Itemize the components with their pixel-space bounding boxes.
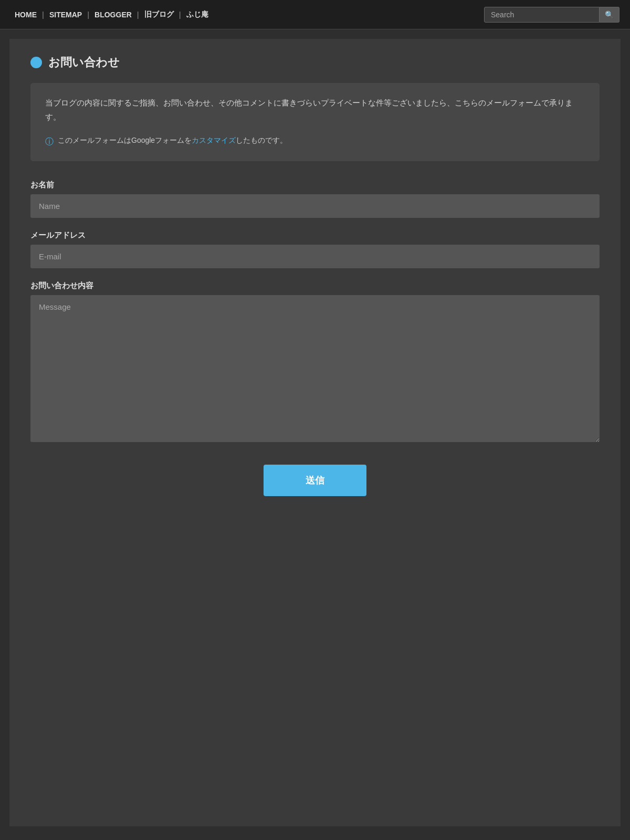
search-button[interactable]: 🔍 xyxy=(600,7,620,23)
nav-fuji-an[interactable]: ふじ庵 xyxy=(182,10,213,19)
info-box: 当ブログの内容に関するご指摘、お問い合わせ、その他コメントに書きづらいプライベー… xyxy=(30,83,600,161)
nav-divider-3: | xyxy=(137,10,139,19)
page-title: お問い合わせ xyxy=(48,55,120,70)
message-group: お問い合わせ内容 xyxy=(30,281,600,444)
email-group: メールアドレス xyxy=(30,230,600,268)
name-group: お名前 xyxy=(30,180,600,218)
message-textarea[interactable] xyxy=(30,295,600,442)
navbar: HOME | SITEMAP | BLOGGER | 旧ブログ | ふじ庵 🔍 xyxy=(0,0,630,29)
info-note-suffix: したものです。 xyxy=(236,136,287,144)
info-note: ⓘ このメールフォームはGoogleフォームをカスタマイズしたものです。 xyxy=(45,134,585,149)
message-label: お問い合わせ内容 xyxy=(30,281,600,291)
contact-form: お名前 メールアドレス お問い合わせ内容 送信 xyxy=(30,180,600,496)
nav-links: HOME | SITEMAP | BLOGGER | 旧ブログ | ふじ庵 xyxy=(10,10,213,19)
nav-sitemap[interactable]: SITEMAP xyxy=(45,10,86,19)
title-dot-icon xyxy=(30,57,42,68)
email-input[interactable] xyxy=(30,245,600,268)
info-text: 当ブログの内容に関するご指摘、お問い合わせ、その他コメントに書きづらいプライベー… xyxy=(45,96,585,124)
search-icon: 🔍 xyxy=(605,10,614,19)
submit-button[interactable]: 送信 xyxy=(264,465,366,496)
info-note-link[interactable]: カスタマイズ xyxy=(192,136,236,144)
info-circle-icon: ⓘ xyxy=(45,135,54,149)
nav-divider-2: | xyxy=(87,10,89,19)
nav-blogger[interactable]: BLOGGER xyxy=(90,10,136,19)
info-note-prefix: このメールフォームはGoogleフォームを xyxy=(58,136,192,144)
nav-divider-1: | xyxy=(42,10,44,19)
name-label: お名前 xyxy=(30,180,600,190)
search-area: 🔍 xyxy=(484,7,620,23)
main-content: お問い合わせ 当ブログの内容に関するご指摘、お問い合わせ、その他コメントに書きづ… xyxy=(9,39,621,826)
info-note-text: このメールフォームはGoogleフォームをカスタマイズしたものです。 xyxy=(58,134,287,146)
email-label: メールアドレス xyxy=(30,230,600,240)
page-title-row: お問い合わせ xyxy=(30,55,600,70)
name-input[interactable] xyxy=(30,194,600,218)
submit-row: 送信 xyxy=(30,465,600,496)
search-input[interactable] xyxy=(484,7,600,23)
nav-divider-4: | xyxy=(179,10,181,19)
nav-home[interactable]: HOME xyxy=(10,10,41,19)
nav-old-blog[interactable]: 旧ブログ xyxy=(140,10,178,19)
